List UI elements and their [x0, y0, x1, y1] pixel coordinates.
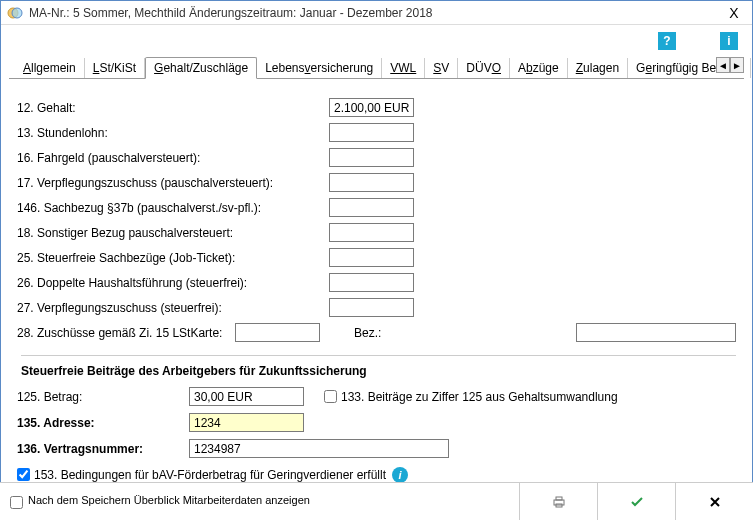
input-bez[interactable] — [576, 323, 736, 342]
label-136-vertragsnummer: 136. Vertragsnummer: — [17, 442, 189, 456]
checkmark-icon — [629, 494, 645, 510]
tab-lst-kist[interactable]: LSt/KiSt — [85, 58, 145, 78]
tab-lebensversicherung[interactable]: Lebensversicherung — [257, 58, 382, 78]
svg-point-1 — [12, 8, 22, 18]
ok-button[interactable] — [597, 483, 675, 521]
label-25-jobticket: 25. Steuerfreie Sachbezüge (Job-Ticket): — [17, 251, 329, 265]
svg-rect-3 — [556, 497, 562, 500]
cross-icon — [707, 494, 723, 510]
label-18-sonstiger: 18. Sonstiger Bezug pauschalversteuert: — [17, 226, 329, 240]
input-27-verpflegung-sf[interactable] — [329, 298, 414, 317]
tab-allgemein[interactable]: Allgemein — [15, 58, 85, 78]
printer-icon — [551, 494, 567, 510]
input-13-stundenlohn[interactable] — [329, 123, 414, 142]
tab-vwl[interactable]: VWL — [382, 58, 425, 78]
info-153-icon[interactable]: i — [392, 467, 408, 483]
label-125-betrag: 125. Betrag: — [17, 390, 189, 404]
checkbox-133-gehaltsumwandlung[interactable] — [324, 390, 337, 403]
label-133-gehaltsumwandlung: 133. Beiträge zu Ziffer 125 aus Gehaltsu… — [341, 390, 618, 404]
tab-sv[interactable]: SV — [425, 58, 458, 78]
label-28-zuschuesse: 28. Zuschüsse gemäß Zi. 15 LStKarte: — [17, 326, 235, 340]
input-125-betrag[interactable] — [189, 387, 304, 406]
label-135-adresse: 135. Adresse: — [17, 416, 189, 430]
tab-duvo[interactable]: DÜVO — [458, 58, 510, 78]
tab-abzuege[interactable]: Abzüge — [510, 58, 568, 78]
tab-strip: Allgemein LSt/KiSt Gehalt/Zuschläge Lebe… — [9, 57, 744, 79]
input-12-gehalt[interactable] — [329, 98, 414, 117]
label-17-verpflegung: 17. Verpflegungszuschuss (pauschalverste… — [17, 176, 329, 190]
window-title: MA-Nr.: 5 Sommer, Mechthild Änderungszei… — [29, 6, 722, 20]
input-17-verpflegung[interactable] — [329, 173, 414, 192]
label-146-sachbezug: 146. Sachbezug §37b (pauschalverst./sv-p… — [17, 201, 329, 215]
close-button[interactable]: X — [722, 3, 746, 23]
input-18-sonstiger[interactable] — [329, 223, 414, 242]
tab-scroll-right[interactable]: ► — [730, 57, 744, 73]
input-28-zuschuesse[interactable] — [235, 323, 320, 342]
label-13-stundenlohn: 13. Stundenlohn: — [17, 126, 329, 140]
app-icon — [7, 5, 23, 21]
label-bez: Bez.: — [354, 326, 572, 340]
label-16-fahrgeld: 16. Fahrgeld (pauschalversteuert): — [17, 151, 329, 165]
checkbox-153-bav[interactable] — [17, 468, 30, 481]
print-button[interactable] — [519, 483, 597, 521]
help-icon[interactable]: ? — [658, 32, 676, 50]
section-heading-zukunftssicherung: Steuerfreie Beiträge des Arbeitgebers fü… — [21, 355, 736, 378]
label-27-verpflegung-sf: 27. Verpflegungszuschuss (steuerfrei): — [17, 301, 329, 315]
label-save-overview: Nach dem Speichern Überblick Mitarbeiter… — [28, 494, 310, 507]
cancel-button[interactable] — [675, 483, 753, 521]
label-12-gehalt: 12. Gehalt: — [17, 101, 329, 115]
input-136-vertragsnummer[interactable] — [189, 439, 449, 458]
input-146-sachbezug[interactable] — [329, 198, 414, 217]
tab-gehalt-zuschlaege[interactable]: Gehalt/Zuschläge — [145, 57, 257, 79]
label-26-haushalt: 26. Doppelte Haushaltsführung (steuerfre… — [17, 276, 329, 290]
input-16-fahrgeld[interactable] — [329, 148, 414, 167]
tab-scroll-left[interactable]: ◄ — [716, 57, 730, 73]
input-135-adresse[interactable] — [189, 413, 304, 432]
label-153-bav: 153. Bedingungen für bAV-Förderbetrag fü… — [34, 468, 386, 482]
info-icon[interactable]: i — [720, 32, 738, 50]
checkbox-save-overview[interactable] — [10, 496, 23, 509]
input-25-jobticket[interactable] — [329, 248, 414, 267]
input-26-haushalt[interactable] — [329, 273, 414, 292]
tab-zulagen[interactable]: Zulagen — [568, 58, 628, 78]
